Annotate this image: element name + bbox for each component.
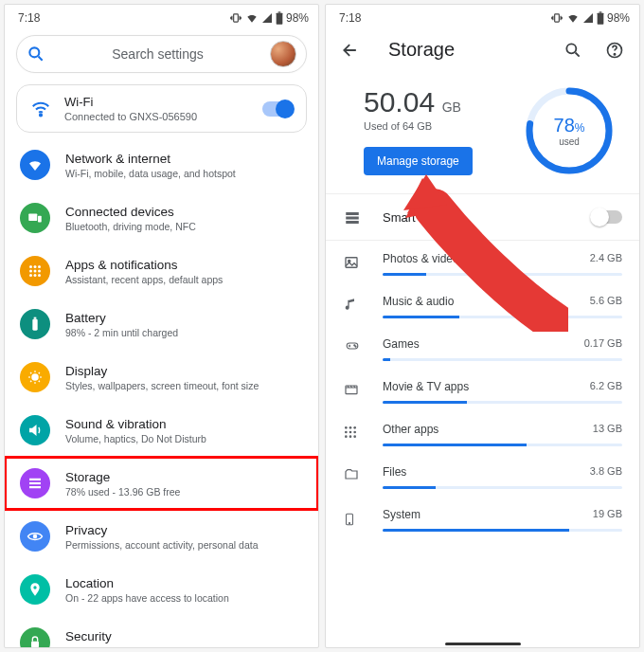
used-unit: GB [442, 100, 461, 115]
category-name: Music & audio [383, 295, 454, 308]
settings-row-storage[interactable]: Storage 78% used - 13.96 GB free [5, 457, 318, 510]
settings-row-privacy[interactable]: Privacy Permissions, account activity, p… [5, 510, 318, 563]
row-title: Sound & vibration [65, 417, 206, 431]
svg-rect-0 [234, 14, 239, 22]
settings-row-wifi[interactable]: Network & internet Wi-Fi, mobile, data u… [5, 138, 318, 191]
avatar[interactable] [270, 41, 296, 67]
category-bar [383, 273, 622, 276]
svg-point-22 [33, 534, 38, 539]
svg-rect-17 [34, 317, 37, 319]
donut-percent: 78% [554, 115, 585, 136]
music-icon [343, 297, 362, 317]
settings-list: Network & internet Wi-Fi, mobile, data u… [5, 138, 318, 647]
used-value: 50.04 [364, 86, 435, 118]
search-settings[interactable]: Search settings [16, 35, 307, 73]
category-row-system[interactable]: System 19 GB [326, 497, 639, 539]
row-subtitle: 78% used - 13.96 GB free [65, 486, 180, 498]
status-bar: 7:18 98% [326, 5, 639, 27]
settings-row-apps[interactable]: Apps & notifications Assistant, recent a… [5, 244, 318, 298]
photo-icon [343, 254, 362, 274]
category-size: 3.8 GB [590, 465, 622, 479]
category-row-games[interactable]: Games 0.17 GB [326, 326, 639, 369]
settings-row-location[interactable]: Location On - 22 apps have access to loc… [5, 563, 318, 616]
category-list: Photos & videos 2.4 GB Music & audio 5.6… [326, 241, 639, 539]
other-icon [343, 425, 362, 443]
category-row-files[interactable]: Files 3.8 GB [326, 454, 639, 497]
svg-point-23 [33, 586, 36, 589]
svg-point-14 [34, 274, 37, 277]
svg-point-15 [38, 274, 41, 277]
apps-icon [20, 256, 50, 286]
games-icon [343, 339, 362, 355]
display-icon [20, 362, 50, 392]
status-bar: 7:18 98% [5, 5, 318, 27]
manage-storage-button[interactable]: Manage storage [364, 147, 473, 175]
category-bar [383, 358, 622, 361]
settings-row-devices[interactable]: Connected devices Bluetooth, driving mod… [5, 191, 318, 244]
wifi-title: Wi-Fi [64, 95, 249, 109]
status-icons: 98% [550, 11, 630, 25]
row-title: Apps & notifications [65, 258, 223, 272]
svg-rect-6 [38, 216, 42, 223]
category-size: 0.17 GB [584, 337, 622, 351]
settings-row-display[interactable]: Display Styles, wallpapers, screen timeo… [5, 351, 318, 404]
svg-rect-33 [346, 212, 359, 215]
sound-icon [20, 415, 50, 445]
smart-storage-toggle[interactable] [592, 210, 622, 224]
category-row-photo[interactable]: Photos & videos 2.4 GB [326, 241, 639, 283]
wifi-text: Wi-Fi Connected to GNXS-056590 [64, 95, 249, 122]
donut-used-label: used [559, 136, 580, 147]
nav-handle[interactable] [445, 643, 521, 645]
row-subtitle: Styles, wallpapers, screen timeout, font… [65, 380, 259, 391]
wifi-icon [30, 99, 51, 119]
help-icon[interactable] [605, 41, 624, 60]
wifi-subtitle: Connected to GNXS-056590 [64, 111, 249, 122]
category-bar [383, 401, 622, 404]
category-bar [383, 444, 622, 446]
svg-point-3 [29, 47, 39, 57]
smart-storage-row[interactable]: Smart Storage [326, 194, 639, 241]
back-icon[interactable] [341, 41, 360, 60]
settings-row-battery[interactable]: Battery 98% - 2 min until charged [5, 298, 318, 351]
svg-rect-2 [278, 11, 281, 12]
svg-rect-20 [29, 482, 41, 484]
search-icon[interactable] [564, 41, 582, 60]
battery-icon [20, 309, 50, 339]
settings-row-sound[interactable]: Sound & vibration Volume, haptics, Do No… [5, 404, 318, 457]
settings-row-security[interactable]: Security Play Protect, screen lock, fing… [5, 616, 318, 647]
svg-rect-5 [28, 214, 37, 222]
svg-point-30 [614, 53, 615, 54]
row-title: Privacy [65, 523, 258, 537]
svg-point-11 [34, 270, 37, 273]
svg-point-8 [34, 265, 37, 268]
wifi-quick-card[interactable]: Wi-Fi Connected to GNXS-056590 [16, 84, 307, 133]
category-name: System [383, 508, 420, 521]
location-icon [20, 574, 50, 605]
row-title: Display [65, 364, 259, 378]
svg-point-47 [353, 431, 356, 434]
page-title: Storage [388, 39, 541, 61]
signal-icon [261, 12, 273, 24]
category-bar [383, 316, 622, 318]
row-subtitle: 98% - 2 min until charged [65, 327, 178, 338]
category-row-other[interactable]: Other apps 13 GB [326, 411, 639, 454]
category-name: Files [383, 465, 406, 479]
svg-rect-36 [346, 258, 357, 268]
files-icon [343, 467, 362, 485]
svg-point-7 [29, 265, 32, 268]
svg-point-43 [349, 426, 352, 429]
row-subtitle: Bluetooth, driving mode, NFC [65, 221, 196, 232]
category-row-music[interactable]: Music & audio 5.6 GB [326, 283, 639, 326]
wifi-toggle[interactable] [262, 101, 293, 117]
used-of: Used of 64 GB [364, 120, 473, 132]
svg-rect-26 [598, 13, 604, 25]
category-row-movie[interactable]: Movie & TV apps 6.2 GB [326, 369, 639, 411]
vibrate-icon [550, 11, 564, 25]
svg-rect-35 [346, 221, 359, 224]
svg-rect-21 [29, 486, 41, 488]
smart-storage-label: Smart Storage [383, 210, 571, 225]
vibrate-icon [229, 11, 242, 25]
svg-point-9 [38, 265, 41, 268]
category-size: 19 GB [593, 508, 622, 521]
search-icon [27, 45, 45, 63]
